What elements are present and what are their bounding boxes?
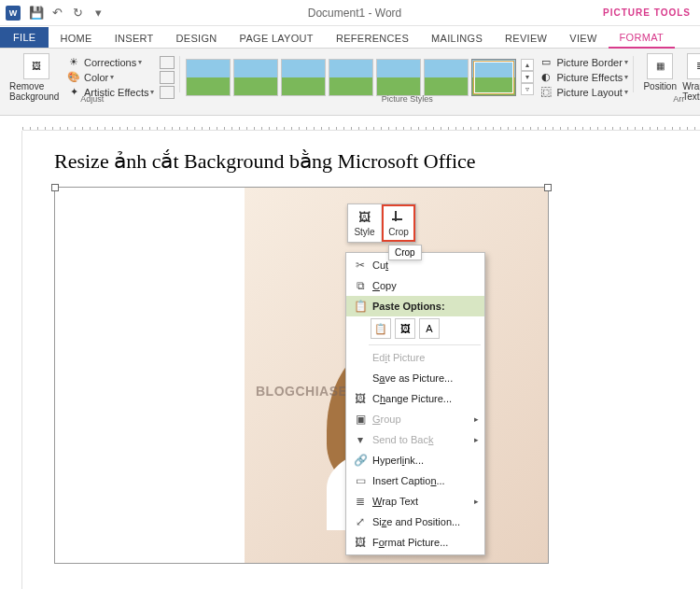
corrections-button[interactable]: ☀Corrections▾ <box>67 55 154 70</box>
picture-effects-button[interactable]: ◐Picture Effects▾ <box>539 70 628 85</box>
title-bar: W 💾 ↶ ↻ ▾ Document1 - Word PICTURE TOOLS <box>0 0 700 26</box>
mini-style-label: Style <box>354 227 374 237</box>
format-picture-icon: 🖼 <box>352 536 369 549</box>
picture-effects-icon: ◐ <box>539 71 553 84</box>
save-icon[interactable]: 💾 <box>28 5 45 21</box>
ctx-paste-label: Paste Options: <box>372 301 445 312</box>
ctx-separator <box>369 344 481 345</box>
style-thumb[interactable] <box>186 59 231 96</box>
style-thumb[interactable] <box>376 59 421 96</box>
crop-tooltip: Crop <box>388 245 422 260</box>
color-label: Color <box>84 72 108 83</box>
picture-border-label: Picture Border <box>556 57 622 68</box>
context-menu: ✂Cut ⧉Copy 📋Paste Options: 📋 🖼 A Edit Pi… <box>345 252 485 555</box>
ctx-format-picture[interactable]: 🖼Format Picture... <box>346 532 484 553</box>
chevron-down-icon: ▾ <box>624 73 628 81</box>
picture-effects-label: Picture Effects <box>556 72 623 83</box>
style-thumb[interactable] <box>329 59 373 96</box>
ctx-group: ▣Group▸ <box>346 409 484 429</box>
style-thumb-selected[interactable] <box>471 59 516 96</box>
group-icon: ▣ <box>352 413 369 426</box>
picture-border-button[interactable]: ▭Picture Border▾ <box>539 55 628 70</box>
tab-review[interactable]: REVIEW <box>494 29 558 48</box>
size-position-icon: ⤢ <box>352 515 369 528</box>
submenu-arrow-icon: ▸ <box>474 414 479 424</box>
paste-picture-icon[interactable]: 🖼 <box>395 318 415 339</box>
ctx-change-picture[interactable]: 🖼Change Picture... <box>346 388 484 409</box>
paste-options-row: 📋 🖼 A <box>346 316 484 343</box>
paste-keep-source-icon[interactable]: 📋 <box>371 318 391 339</box>
ctx-paste-options[interactable]: 📋Paste Options: <box>346 296 484 316</box>
qat-customize-icon[interactable]: ▾ <box>90 5 106 21</box>
mini-toolbar: 🖼 Style Crop <box>347 203 416 243</box>
quick-access-toolbar: 💾 ↶ ↻ ▾ <box>28 5 106 21</box>
tab-mailings[interactable]: MAILINGS <box>420 29 494 48</box>
wrap-text-icon: ≣ <box>687 53 700 79</box>
caption-icon: ▭ <box>352 474 369 487</box>
style-thumb[interactable] <box>424 59 469 96</box>
mini-crop-label: Crop <box>388 227 409 237</box>
wrap-text-icon: ≣ <box>352 495 369 508</box>
ribbon-tabs: FILE HOME INSERT DESIGN PAGE LAYOUT REFE… <box>0 26 700 49</box>
tab-view[interactable]: VIEW <box>558 29 608 48</box>
chevron-down-icon: ▾ <box>110 73 114 81</box>
color-button[interactable]: 🎨Color▾ <box>67 70 154 85</box>
contextual-tab-label: PICTURE TOOLS <box>603 7 700 18</box>
send-to-back-icon: ▾ <box>352 433 369 446</box>
tab-design[interactable]: DESIGN <box>165 29 229 48</box>
document-heading: Resize ảnh cắt Background bằng Microsoft… <box>54 149 691 174</box>
ctx-copy[interactable]: ⧉Copy <box>346 275 484 296</box>
ctx-wrap-text[interactable]: ≣Wrap Text▸ <box>346 491 484 512</box>
copy-icon: ⧉ <box>352 279 369 292</box>
word-app-icon: W <box>6 6 21 21</box>
paste-icon: 📋 <box>352 300 369 313</box>
corrections-icon: ☀ <box>67 56 80 69</box>
redo-icon[interactable]: ↻ <box>69 5 86 21</box>
window-title: Document1 - Word <box>106 7 603 20</box>
ctx-send-to-back: ▾Send to Back▸ <box>346 429 484 450</box>
group-picture-styles: ▴ ▾ ▿ ▭Picture Border▾ ◐Picture Effects▾… <box>180 50 634 104</box>
crop-icon <box>391 210 406 225</box>
ribbon: 🖼 Remove Background ☀Corrections▾ 🎨Color… <box>0 49 700 116</box>
tab-references[interactable]: REFERENCES <box>325 29 420 48</box>
ctx-edit-picture: Edit Picture <box>346 347 484 368</box>
gallery-up-icon[interactable]: ▴ <box>521 59 534 71</box>
chevron-down-icon: ▾ <box>138 58 142 66</box>
submenu-arrow-icon: ▸ <box>474 497 479 506</box>
tab-file[interactable]: FILE <box>0 27 49 48</box>
horizontal-ruler[interactable] <box>22 116 700 131</box>
gallery-down-icon[interactable]: ▾ <box>521 71 534 83</box>
paste-text-icon[interactable]: A <box>419 318 440 339</box>
submenu-arrow-icon: ▸ <box>474 435 479 444</box>
ctx-size-position[interactable]: ⤢Size and Position... <box>346 512 484 532</box>
ctx-insert-caption[interactable]: ▭Insert Caption... <box>346 470 484 491</box>
corrections-label: Corrections <box>84 57 136 68</box>
picture-styles-gallery[interactable]: ▴ ▾ ▿ <box>186 55 534 100</box>
style-thumb[interactable] <box>281 59 326 96</box>
tab-home[interactable]: HOME <box>49 29 103 48</box>
ctx-save-as-picture[interactable]: Save as Picture... <box>346 368 484 388</box>
style-icon: 🖼 <box>357 210 372 225</box>
undo-icon[interactable]: ↶ <box>49 5 65 21</box>
style-thumb[interactable] <box>233 59 278 96</box>
tab-page-layout[interactable]: PAGE LAYOUT <box>229 29 325 48</box>
position-icon: ▦ <box>647 53 673 79</box>
group-picture-styles-label: Picture Styles <box>180 94 634 104</box>
vertical-ruler[interactable] <box>0 131 22 589</box>
compress-pictures-icon[interactable] <box>160 56 175 69</box>
change-picture-icon[interactable] <box>160 71 175 84</box>
tab-format[interactable]: FORMAT <box>609 28 675 49</box>
mini-crop-button[interactable]: Crop <box>382 204 415 242</box>
hyperlink-icon: 🔗 <box>352 454 369 467</box>
group-adjust: 🖼 Remove Background ☀Corrections▾ 🎨Color… <box>4 50 180 104</box>
cut-icon: ✂ <box>352 259 369 272</box>
tab-insert[interactable]: INSERT <box>104 29 165 48</box>
mini-style-button[interactable]: 🖼 Style <box>348 204 382 242</box>
gallery-scroll[interactable]: ▴ ▾ ▿ <box>521 59 534 95</box>
chevron-down-icon: ▾ <box>624 58 628 66</box>
position-label: Position <box>643 81 677 91</box>
picture-border-icon: ▭ <box>539 56 553 69</box>
change-picture-icon: 🖼 <box>352 392 369 405</box>
ctx-hyperlink[interactable]: 🔗Hyperlink... <box>346 450 484 470</box>
color-icon: 🎨 <box>67 71 80 84</box>
